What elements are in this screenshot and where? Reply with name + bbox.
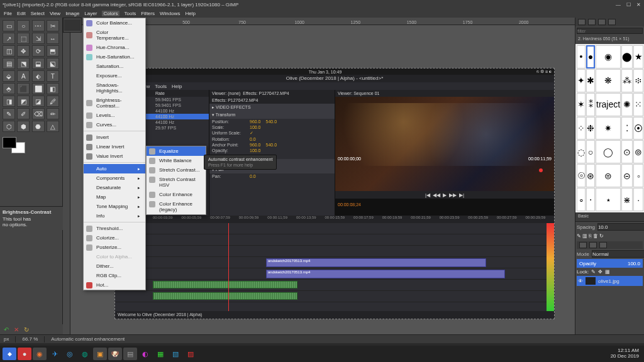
tool-9[interactable]: ✥ xyxy=(17,45,30,57)
brush-new-btn[interactable]: ▥ xyxy=(582,233,587,239)
menu-item[interactable]: Saturation... xyxy=(84,62,145,71)
menu-item[interactable]: Info▸ xyxy=(84,211,145,221)
tool-1[interactable]: ○ xyxy=(17,20,30,31)
undo-history-icon[interactable]: ↶ xyxy=(4,326,9,333)
brush-thumb[interactable]: ⊛ xyxy=(586,164,595,188)
menu-item[interactable]: Dither... xyxy=(84,261,145,271)
playhead[interactable] xyxy=(228,223,229,311)
menu-item[interactable]: Hue-Saturation... xyxy=(84,52,145,62)
taskbar-app[interactable]: ◍ xyxy=(78,348,92,360)
brush-thumb[interactable]: ⦿ xyxy=(633,117,643,140)
taskbar-app[interactable]: ▧ xyxy=(169,348,182,360)
menu-item[interactable]: Hue-Chroma... xyxy=(84,43,145,52)
tool-15[interactable]: ⬕ xyxy=(47,58,59,69)
tool-18[interactable]: ⬖ xyxy=(32,70,45,82)
menu-item[interactable]: Colorize... xyxy=(84,233,145,243)
menu-item[interactable]: Auto▸ xyxy=(84,164,145,173)
submenu-item[interactable]: Color Enhance (legacy) xyxy=(147,199,206,214)
lock-alpha-icon[interactable]: ▦ xyxy=(605,269,610,275)
audio-clip-1[interactable] xyxy=(153,281,297,288)
brush-thumb[interactable]: ✱ xyxy=(586,69,595,93)
menu-item[interactable]: Posterize... xyxy=(84,243,145,252)
menu-colors[interactable]: Colors xyxy=(102,11,119,16)
lock-position-icon[interactable]: ✥ xyxy=(598,269,602,275)
tool-17[interactable]: A xyxy=(17,70,30,82)
menu-item[interactable]: Invert xyxy=(84,133,145,142)
tool-32[interactable]: ⬡ xyxy=(3,121,15,132)
close-button[interactable]: ✕ xyxy=(635,2,641,8)
tool-25[interactable]: ◩ xyxy=(17,96,30,107)
tool-35[interactable]: △ xyxy=(47,121,59,132)
mode-select[interactable] xyxy=(592,250,644,258)
brush-thumb[interactable]: ⦾ xyxy=(577,164,586,188)
reset-icon[interactable]: ↻ xyxy=(24,326,29,333)
submenu-item[interactable]: Equalize xyxy=(147,146,206,156)
tool-3[interactable]: ✂ xyxy=(47,20,59,31)
menu-item[interactable]: Desaturate▸ xyxy=(84,183,145,192)
taskbar-app[interactable]: ◎ xyxy=(63,348,77,360)
brush-thumb[interactable]: ◌ xyxy=(577,140,586,163)
brush-thumb[interactable]: ★ xyxy=(633,45,643,69)
menu-item[interactable]: Hot... xyxy=(84,280,145,290)
brush-refresh-btn[interactable]: ↻ xyxy=(599,233,604,239)
submenu-item[interactable]: Stretch Contrast HSV xyxy=(147,175,206,190)
brush-thumb[interactable]: ○ xyxy=(586,140,595,163)
delete-icon[interactable]: ✕ xyxy=(14,326,19,333)
layer-row[interactable]: 👁olive1.jpg xyxy=(577,276,643,286)
menu-item[interactable]: Value Invert xyxy=(84,151,145,161)
menu-item[interactable]: Brightness-Contrast... xyxy=(84,96,145,111)
brush-thumb[interactable]: ⁙ xyxy=(633,93,643,116)
brush-thumb[interactable]: ❉ xyxy=(586,117,595,140)
brush-filter-input[interactable] xyxy=(577,28,643,34)
tool-14[interactable]: ⬓ xyxy=(32,58,45,69)
menu-item[interactable]: Linear Invert xyxy=(84,142,145,151)
brush-thumb[interactable]: ⊜ xyxy=(596,164,621,188)
tab-channels-icon[interactable] xyxy=(589,242,597,248)
menu-file[interactable]: File xyxy=(4,11,12,16)
play-button[interactable]: ▶ xyxy=(443,192,447,198)
menu-tools[interactable]: Tools xyxy=(125,11,136,16)
menu-item[interactable]: Levels... xyxy=(84,111,145,120)
brush-thumb[interactable]: ∘ xyxy=(577,188,586,211)
brush-thumb[interactable]: • xyxy=(577,45,586,69)
tool-5[interactable]: ⬚ xyxy=(17,33,30,44)
taskbar-gimp[interactable]: 🐶 xyxy=(108,348,122,360)
brush-thumb[interactable]: ◯ xyxy=(596,140,621,163)
menu-item[interactable]: Color Temperature... xyxy=(84,28,145,43)
tool-13[interactable]: ⬔ xyxy=(17,58,30,69)
menu-item[interactable]: RGB Clip... xyxy=(84,271,145,280)
brush-thumb[interactable]: ⊚ xyxy=(633,140,643,163)
tool-2[interactable]: ᠁ xyxy=(32,20,45,31)
menu-view[interactable]: View xyxy=(50,11,60,16)
menu-item[interactable]: Exposure... xyxy=(84,71,145,80)
menu-item[interactable]: Shadows-Highlights... xyxy=(84,80,145,96)
tab-patterns-icon[interactable] xyxy=(588,19,596,25)
brush-thumb[interactable]: ፨ xyxy=(633,69,643,93)
audio-clip-2[interactable] xyxy=(153,292,297,300)
tab-brushes-icon[interactable] xyxy=(578,19,586,25)
tool-28[interactable]: ✎ xyxy=(3,108,15,119)
taskbar-olive[interactable]: ▤ xyxy=(123,348,137,360)
video-clip-1[interactable]: andsketch20170513.mp4 xyxy=(266,258,486,267)
lock-pixels-icon[interactable]: ✎ xyxy=(591,269,596,275)
start-button[interactable]: ◆ xyxy=(3,348,16,360)
taskbar-app[interactable]: ▦ xyxy=(153,348,167,360)
taskbar-app[interactable]: ● xyxy=(18,348,31,360)
olive-menu-tools[interactable]: Tools xyxy=(155,84,167,89)
brush-thumb[interactable]: ⁑ xyxy=(586,93,595,116)
brush-thumb[interactable]: ◉ xyxy=(596,45,621,69)
submenu-item[interactable]: White Balance xyxy=(147,156,206,165)
tool-20[interactable]: ⬘ xyxy=(3,83,15,94)
brush-thumb[interactable]: ✦ xyxy=(577,69,586,93)
unit-label[interactable]: px xyxy=(4,336,9,342)
brush-thumb[interactable]: ⊝ xyxy=(621,164,633,188)
brush-thumb[interactable]: ✷ xyxy=(596,117,621,140)
video-clip-2[interactable]: andsketch20170513.mp4 xyxy=(266,270,505,278)
brush-thumb[interactable]: ● xyxy=(586,45,595,69)
tool-12[interactable]: ▤ xyxy=(3,58,15,69)
brush-thumb[interactable]: ✶ xyxy=(577,93,586,116)
tool-21[interactable]: ⬛ xyxy=(17,83,30,94)
opacity-slider[interactable]: Opacity100.0 xyxy=(577,259,643,268)
taskbar-app[interactable]: ✈ xyxy=(48,348,62,360)
tool-33[interactable]: ⬢ xyxy=(17,121,30,132)
